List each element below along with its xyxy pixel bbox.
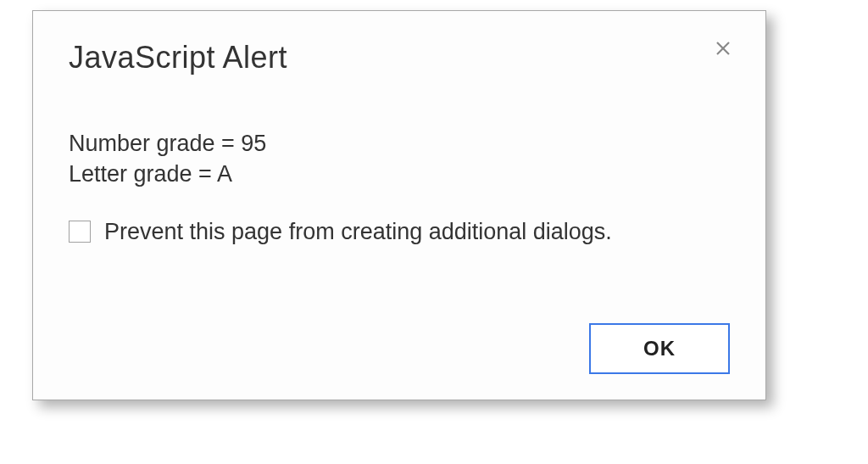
close-icon[interactable]: [711, 36, 735, 60]
dialog-footer: OK: [589, 323, 730, 374]
dialog-header: JavaScript Alert: [69, 40, 730, 75]
message-line-1: Number grade = 95: [69, 128, 730, 159]
prevent-dialogs-row: Prevent this page from creating addition…: [69, 219, 730, 245]
dialog-title: JavaScript Alert: [69, 40, 730, 75]
prevent-dialogs-label: Prevent this page from creating addition…: [104, 219, 612, 245]
javascript-alert-dialog: JavaScript Alert Number grade = 95 Lette…: [32, 10, 766, 400]
dialog-body: Number grade = 95 Letter grade = A Preve…: [69, 128, 730, 245]
prevent-dialogs-checkbox[interactable]: [69, 221, 91, 243]
message-line-2: Letter grade = A: [69, 159, 730, 189]
ok-button[interactable]: OK: [589, 323, 730, 374]
